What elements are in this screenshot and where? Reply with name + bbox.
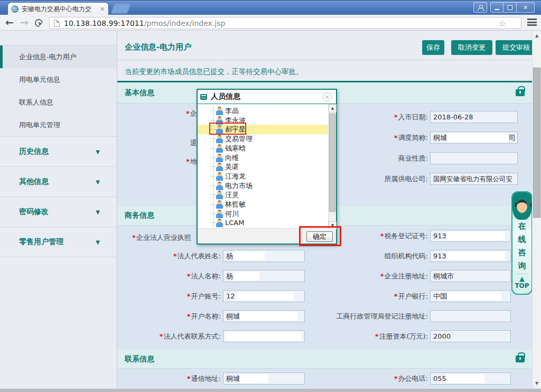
browser-tab[interactable]: 安徽电力交易中心电力交 ✕ <box>7 2 109 15</box>
back-button[interactable]: ← <box>5 17 14 27</box>
list-item[interactable]: 何川 <box>199 209 327 218</box>
bank-name-input[interactable]: 中国 <box>430 290 511 302</box>
list-item[interactable]: 交易管理 <box>199 134 327 143</box>
window-controls: ✕ <box>490 2 535 13</box>
lock-icon <box>516 356 525 362</box>
company-registered-address-input[interactable]: 桐城市 <box>430 270 511 282</box>
widget-char: 咨 <box>512 246 531 259</box>
field-value: 913 <box>433 252 446 260</box>
required-mark: * <box>394 375 398 382</box>
list-item[interactable]: 吴谌 <box>199 162 327 171</box>
field-value: 12 <box>226 292 235 300</box>
sidebar-item-power-unit-mgmt[interactable]: 用电单元管理 <box>0 114 117 136</box>
sidebar-item-history[interactable]: 历史信息▼ <box>0 136 117 166</box>
sidebar-item-contact-info[interactable]: 联系人信息 <box>0 91 117 114</box>
address-bar[interactable]: 10.138.108.99:17011/pmos/index/index.jsp… <box>49 17 521 29</box>
form-icon <box>200 94 207 100</box>
list-item[interactable]: 向维 <box>199 153 327 162</box>
field-label: 开户银行: <box>398 292 428 300</box>
bookmark-star-icon[interactable]: ☆ <box>499 18 506 29</box>
field-value: 2000 <box>433 332 451 340</box>
field-value: 国网安徽省电力有限公司安 <box>433 175 512 183</box>
list-item[interactable]: 钱寒晗 <box>199 144 327 153</box>
scroll-up-icon[interactable]: ▲ <box>533 33 541 38</box>
person-icon <box>478 5 483 10</box>
field-value: 桐城 <box>433 134 447 142</box>
list-item[interactable]: 林哲敏 <box>199 200 327 209</box>
field-value: 055 <box>433 375 446 382</box>
minimize-button[interactable] <box>490 2 503 13</box>
field-label: 企业注册地址: <box>385 272 428 280</box>
required-mark: * <box>394 134 398 142</box>
tab-close-icon[interactable]: ✕ <box>100 6 105 12</box>
person-icon <box>216 219 223 227</box>
redaction-patch <box>234 251 265 260</box>
field-value: 杨 <box>226 252 233 260</box>
scrollbar-thumb[interactable] <box>329 114 335 212</box>
market-entry-date-input[interactable]: 2018-06-28 <box>430 111 518 123</box>
dialog-scrollbar[interactable]: ▲ ▼ <box>328 104 336 230</box>
redaction-patch <box>447 251 505 260</box>
person-icon <box>216 191 223 199</box>
scroll-top-icon[interactable]: ▲ <box>512 275 531 282</box>
sidebar-item-password[interactable]: 密码修改▼ <box>0 197 117 227</box>
field-label: 办公电话: <box>398 375 428 382</box>
sidebar-item-company-info[interactable]: 企业信息-电力用户 <box>0 45 117 68</box>
section-contact-info: 联系信息 <box>117 350 532 369</box>
url-text: 10.138.108.99:17011/pmos/index/index.jsp <box>64 19 225 27</box>
field-label-business-license: *企业法人营业执照 <box>132 233 191 242</box>
required-mark: * <box>394 292 398 300</box>
profile-button[interactable] <box>473 2 487 13</box>
field-office-phone: *办公电话: 055 <box>272 372 511 385</box>
required-mark: * <box>380 232 384 240</box>
close-icon: ✕ <box>523 4 528 11</box>
list-item[interactable]: 李晶 <box>199 106 327 115</box>
cancel-change-button[interactable]: 取消变更 <box>451 40 492 55</box>
dialog-title: 人员信息 <box>211 92 240 101</box>
forward-button[interactable]: → <box>20 17 29 27</box>
industry-admin-address-input[interactable] <box>430 310 511 322</box>
scrollbar-thumb[interactable] <box>533 68 540 218</box>
maximize-button[interactable] <box>503 2 517 13</box>
menu-icon[interactable] <box>527 18 537 27</box>
registered-capital-input[interactable]: 2000 <box>430 330 511 342</box>
power-supply-company-input[interactable]: 国网安徽省电力有限公司安 <box>430 173 518 185</box>
scroll-up-icon[interactable]: ▲ <box>329 104 337 113</box>
field-label: 开户账号: <box>191 292 221 300</box>
page-scrollbar[interactable]: ▲ ▼ <box>532 31 541 388</box>
submit-review-button[interactable]: 提交审核 <box>496 40 537 55</box>
widget-char: 询 <box>512 259 531 273</box>
chevron-down-icon: ▼ <box>96 239 100 245</box>
org-code-input[interactable]: 913 <box>430 250 511 262</box>
office-phone-input[interactable]: 055 <box>430 372 511 385</box>
redaction-patch <box>447 231 505 240</box>
person-icon <box>216 154 223 162</box>
dispatch-abbr-input[interactable]: 桐城司 <box>430 132 518 144</box>
dialog-header[interactable]: 人员信息 ✕ <box>198 90 336 104</box>
list-item[interactable]: 江海龙 <box>199 172 327 181</box>
close-button[interactable]: ✕ <box>517 2 535 13</box>
field-label: 所属供电公司: <box>385 175 428 183</box>
list-item[interactable]: 汪灵 <box>199 190 327 199</box>
list-item[interactable]: 电力市场 <box>199 181 327 190</box>
person-icon <box>216 163 223 171</box>
minimize-icon <box>495 9 499 10</box>
tax-registration-input[interactable]: 913 <box>430 230 511 242</box>
chevron-down-icon: ▼ <box>96 179 100 185</box>
new-tab-button[interactable] <box>110 3 132 14</box>
redaction-patch <box>447 292 501 301</box>
field-company-registered-address: *企业注册地址: 桐城市 <box>272 270 511 282</box>
business-nature-input[interactable] <box>430 152 518 164</box>
dialog-close-icon[interactable]: ✕ <box>323 92 332 101</box>
scroll-top-label[interactable]: TOP <box>512 282 531 290</box>
required-mark: * <box>187 292 191 300</box>
tab-favicon-icon <box>11 5 18 13</box>
sidebar-item-other-info[interactable]: 其他信息▼ <box>0 166 117 197</box>
field-label: 法人代表联系方式: <box>164 332 221 340</box>
field-value: 桐城市 <box>433 272 454 280</box>
save-button[interactable]: 保存 <box>422 40 444 55</box>
field-registered-capital: *注册资本(万元): 2000 <box>272 330 511 342</box>
sidebar-item-power-unit-info[interactable]: 用电单元信息 <box>0 68 117 91</box>
online-consult-widget[interactable]: 在 线 咨 询 ▲ TOP <box>511 191 533 295</box>
scroll-down-icon[interactable]: ▼ <box>533 381 541 386</box>
